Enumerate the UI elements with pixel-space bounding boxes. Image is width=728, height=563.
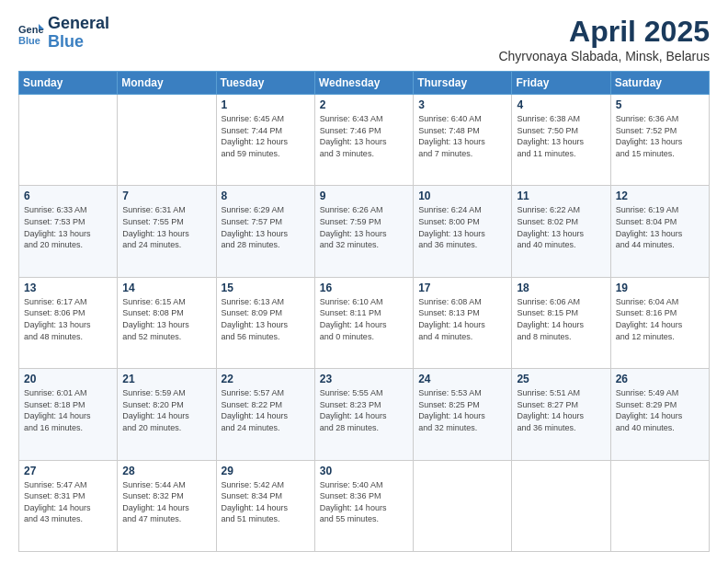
day-cell: 30Sunrise: 5:40 AM Sunset: 8:36 PM Dayli… bbox=[314, 460, 413, 551]
week-row-2: 6Sunrise: 6:33 AM Sunset: 7:53 PM Daylig… bbox=[19, 186, 710, 277]
logo-line2: Blue bbox=[48, 33, 109, 52]
day-number: 6 bbox=[24, 190, 112, 202]
day-cell: 22Sunrise: 5:57 AM Sunset: 8:22 PM Dayli… bbox=[216, 369, 314, 460]
day-cell: 2Sunrise: 6:43 AM Sunset: 7:46 PM Daylig… bbox=[314, 95, 413, 186]
day-info: Sunrise: 6:13 AM Sunset: 8:09 PM Dayligh… bbox=[222, 296, 310, 342]
day-cell: 25Sunrise: 5:51 AM Sunset: 8:27 PM Dayli… bbox=[512, 369, 610, 460]
day-cell: 8Sunrise: 6:29 AM Sunset: 7:57 PM Daylig… bbox=[216, 186, 314, 277]
week-row-1: 1Sunrise: 6:45 AM Sunset: 7:44 PM Daylig… bbox=[19, 95, 710, 186]
day-info: Sunrise: 6:29 AM Sunset: 7:57 PM Dayligh… bbox=[222, 204, 310, 250]
title-area: April 2025 Chyrvonaya Slabada, Minsk, Be… bbox=[498, 15, 710, 63]
week-row-5: 27Sunrise: 5:47 AM Sunset: 8:31 PM Dayli… bbox=[19, 460, 710, 551]
day-number: 13 bbox=[24, 282, 112, 294]
day-number: 25 bbox=[517, 373, 605, 385]
day-info: Sunrise: 6:15 AM Sunset: 8:08 PM Dayligh… bbox=[122, 296, 210, 342]
day-cell: 19Sunrise: 6:04 AM Sunset: 8:16 PM Dayli… bbox=[610, 277, 709, 368]
day-cell bbox=[414, 460, 512, 551]
day-cell bbox=[610, 460, 709, 551]
week-row-4: 20Sunrise: 6:01 AM Sunset: 8:18 PM Dayli… bbox=[19, 369, 710, 460]
day-number: 17 bbox=[418, 282, 506, 294]
day-info: Sunrise: 5:44 AM Sunset: 8:32 PM Dayligh… bbox=[122, 479, 210, 525]
day-cell: 20Sunrise: 6:01 AM Sunset: 8:18 PM Dayli… bbox=[19, 369, 118, 460]
logo-icon: General Blue bbox=[18, 20, 44, 46]
header-row: SundayMondayTuesdayWednesdayThursdayFrid… bbox=[19, 72, 710, 95]
day-cell: 5Sunrise: 6:36 AM Sunset: 7:52 PM Daylig… bbox=[610, 95, 709, 186]
day-number: 1 bbox=[222, 98, 310, 111]
day-info: Sunrise: 6:19 AM Sunset: 8:04 PM Dayligh… bbox=[616, 204, 704, 250]
svg-text:Blue: Blue bbox=[18, 35, 40, 46]
day-info: Sunrise: 6:22 AM Sunset: 8:02 PM Dayligh… bbox=[517, 204, 605, 250]
day-number: 10 bbox=[418, 190, 506, 202]
col-header-sunday: Sunday bbox=[19, 72, 118, 95]
day-number: 21 bbox=[122, 373, 210, 385]
day-number: 4 bbox=[517, 98, 605, 111]
calendar-body: 1Sunrise: 6:45 AM Sunset: 7:44 PM Daylig… bbox=[19, 95, 710, 552]
logo-line1: General bbox=[48, 15, 109, 33]
day-cell: 14Sunrise: 6:15 AM Sunset: 8:08 PM Dayli… bbox=[118, 277, 216, 368]
page: General Blue General Blue April 2025 Chy… bbox=[0, 0, 728, 563]
day-number: 19 bbox=[616, 282, 704, 294]
day-number: 18 bbox=[517, 282, 605, 294]
col-header-saturday: Saturday bbox=[610, 72, 709, 95]
day-cell: 13Sunrise: 6:17 AM Sunset: 8:06 PM Dayli… bbox=[19, 277, 118, 368]
day-info: Sunrise: 5:42 AM Sunset: 8:34 PM Dayligh… bbox=[222, 479, 310, 525]
logo-text: General Blue bbox=[48, 15, 109, 52]
day-cell bbox=[19, 95, 118, 186]
day-info: Sunrise: 6:33 AM Sunset: 7:53 PM Dayligh… bbox=[24, 204, 112, 250]
day-cell: 7Sunrise: 6:31 AM Sunset: 7:55 PM Daylig… bbox=[118, 186, 216, 277]
day-cell: 17Sunrise: 6:08 AM Sunset: 8:13 PM Dayli… bbox=[414, 277, 512, 368]
day-number: 29 bbox=[222, 465, 310, 477]
logo: General Blue General Blue bbox=[18, 15, 109, 52]
day-info: Sunrise: 6:45 AM Sunset: 7:44 PM Dayligh… bbox=[222, 113, 310, 159]
header: General Blue General Blue April 2025 Chy… bbox=[18, 15, 710, 63]
day-info: Sunrise: 5:53 AM Sunset: 8:25 PM Dayligh… bbox=[418, 387, 506, 433]
day-info: Sunrise: 5:59 AM Sunset: 8:20 PM Dayligh… bbox=[122, 387, 210, 433]
day-number: 15 bbox=[222, 282, 310, 294]
day-number: 11 bbox=[517, 190, 605, 202]
col-header-wednesday: Wednesday bbox=[314, 72, 413, 95]
col-header-thursday: Thursday bbox=[414, 72, 512, 95]
day-info: Sunrise: 6:26 AM Sunset: 7:59 PM Dayligh… bbox=[320, 204, 408, 250]
day-info: Sunrise: 6:08 AM Sunset: 8:13 PM Dayligh… bbox=[418, 296, 506, 342]
day-number: 28 bbox=[122, 465, 210, 477]
day-cell: 27Sunrise: 5:47 AM Sunset: 8:31 PM Dayli… bbox=[19, 460, 118, 551]
day-number: 2 bbox=[320, 98, 408, 111]
col-header-friday: Friday bbox=[512, 72, 610, 95]
day-cell bbox=[512, 460, 610, 551]
day-cell: 18Sunrise: 6:06 AM Sunset: 8:15 PM Dayli… bbox=[512, 277, 610, 368]
day-info: Sunrise: 5:47 AM Sunset: 8:31 PM Dayligh… bbox=[24, 479, 112, 525]
day-info: Sunrise: 6:38 AM Sunset: 7:50 PM Dayligh… bbox=[517, 113, 605, 159]
day-info: Sunrise: 6:36 AM Sunset: 7:52 PM Dayligh… bbox=[616, 113, 704, 159]
day-cell: 21Sunrise: 5:59 AM Sunset: 8:20 PM Dayli… bbox=[118, 369, 216, 460]
day-cell: 28Sunrise: 5:44 AM Sunset: 8:32 PM Dayli… bbox=[118, 460, 216, 551]
day-cell: 12Sunrise: 6:19 AM Sunset: 8:04 PM Dayli… bbox=[610, 186, 709, 277]
day-info: Sunrise: 6:17 AM Sunset: 8:06 PM Dayligh… bbox=[24, 296, 112, 342]
day-info: Sunrise: 6:06 AM Sunset: 8:15 PM Dayligh… bbox=[517, 296, 605, 342]
day-cell: 16Sunrise: 6:10 AM Sunset: 8:11 PM Dayli… bbox=[314, 277, 413, 368]
day-number: 9 bbox=[320, 190, 408, 202]
day-cell: 26Sunrise: 5:49 AM Sunset: 8:29 PM Dayli… bbox=[610, 369, 709, 460]
day-number: 22 bbox=[222, 373, 310, 385]
day-cell: 4Sunrise: 6:38 AM Sunset: 7:50 PM Daylig… bbox=[512, 95, 610, 186]
day-number: 20 bbox=[24, 373, 112, 385]
day-number: 26 bbox=[616, 373, 704, 385]
day-number: 30 bbox=[320, 465, 408, 477]
day-info: Sunrise: 6:24 AM Sunset: 8:00 PM Dayligh… bbox=[418, 204, 506, 250]
day-cell: 10Sunrise: 6:24 AM Sunset: 8:00 PM Dayli… bbox=[414, 186, 512, 277]
day-number: 5 bbox=[616, 98, 704, 111]
day-cell: 9Sunrise: 6:26 AM Sunset: 7:59 PM Daylig… bbox=[314, 186, 413, 277]
day-cell: 23Sunrise: 5:55 AM Sunset: 8:23 PM Dayli… bbox=[314, 369, 413, 460]
day-cell: 29Sunrise: 5:42 AM Sunset: 8:34 PM Dayli… bbox=[216, 460, 314, 551]
calendar-header: SundayMondayTuesdayWednesdayThursdayFrid… bbox=[19, 72, 710, 95]
day-info: Sunrise: 5:57 AM Sunset: 8:22 PM Dayligh… bbox=[222, 387, 310, 433]
day-cell: 1Sunrise: 6:45 AM Sunset: 7:44 PM Daylig… bbox=[216, 95, 314, 186]
main-title: April 2025 bbox=[498, 15, 710, 49]
day-info: Sunrise: 5:40 AM Sunset: 8:36 PM Dayligh… bbox=[320, 479, 408, 525]
day-info: Sunrise: 6:31 AM Sunset: 7:55 PM Dayligh… bbox=[122, 204, 210, 250]
col-header-tuesday: Tuesday bbox=[216, 72, 314, 95]
day-cell: 6Sunrise: 6:33 AM Sunset: 7:53 PM Daylig… bbox=[19, 186, 118, 277]
day-info: Sunrise: 6:40 AM Sunset: 7:48 PM Dayligh… bbox=[418, 113, 506, 159]
day-number: 8 bbox=[222, 190, 310, 202]
day-cell: 11Sunrise: 6:22 AM Sunset: 8:02 PM Dayli… bbox=[512, 186, 610, 277]
day-info: Sunrise: 5:49 AM Sunset: 8:29 PM Dayligh… bbox=[616, 387, 704, 433]
